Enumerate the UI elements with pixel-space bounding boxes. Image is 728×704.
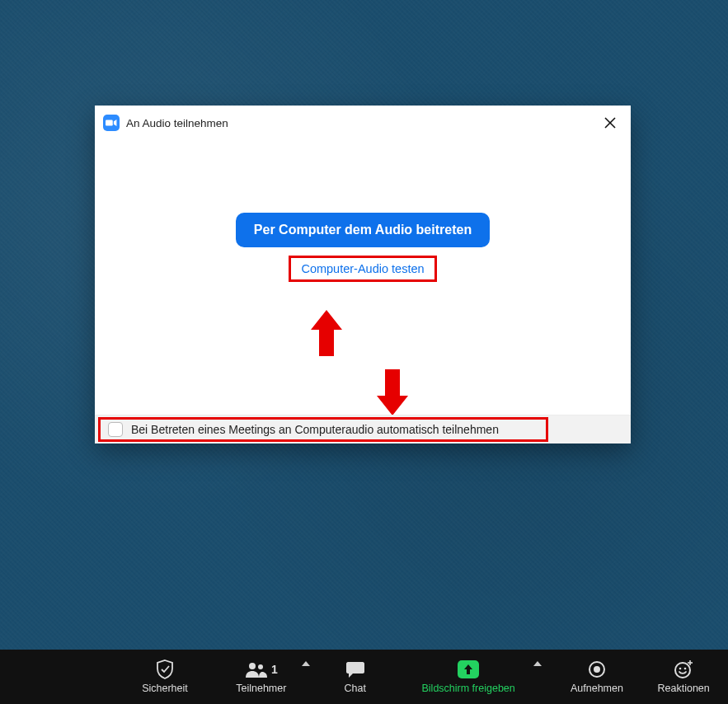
annotation-arrow-up-icon bbox=[311, 310, 342, 356]
reactions-icon bbox=[674, 659, 693, 679]
dialog-title-wrap: An Audio teilnehmen bbox=[103, 115, 228, 131]
share-screen-icon bbox=[458, 659, 479, 679]
auto-join-checkbox[interactable] bbox=[108, 422, 123, 437]
svg-rect-0 bbox=[106, 120, 113, 126]
dialog-titlebar: An Audio teilnehmen bbox=[95, 106, 631, 137]
reactions-label: Reaktionen bbox=[658, 683, 710, 694]
chat-icon bbox=[345, 659, 365, 679]
participants-label: Teilnehmer bbox=[236, 683, 286, 694]
audio-join-dialog: An Audio teilnehmen Per Computer dem Aud… bbox=[95, 106, 631, 444]
svg-point-3 bbox=[249, 663, 256, 669]
join-audio-button[interactable]: Per Computer dem Audio beitreten bbox=[236, 213, 490, 247]
arrow-up-icon bbox=[463, 664, 474, 675]
svg-point-9 bbox=[684, 668, 687, 670]
record-label: Aufnehmen bbox=[571, 683, 623, 694]
participants-count: 1 bbox=[271, 663, 278, 676]
chat-button[interactable]: Chat bbox=[330, 650, 381, 704]
chat-label: Chat bbox=[345, 683, 366, 694]
close-button[interactable] bbox=[599, 112, 621, 134]
record-icon bbox=[588, 659, 606, 679]
participants-icon: 1 bbox=[245, 659, 278, 679]
share-screen-label: Bildschirm freigeben bbox=[422, 683, 515, 694]
dialog-footer: Bei Betreten eines Meetings an Computera… bbox=[95, 415, 631, 444]
participants-caret[interactable] bbox=[298, 650, 315, 704]
close-icon bbox=[604, 117, 616, 129]
dialog-body: Per Computer dem Audio beitreten Compute… bbox=[95, 137, 631, 415]
chevron-up-icon bbox=[302, 661, 310, 666]
zoom-app-icon bbox=[103, 115, 120, 131]
svg-point-4 bbox=[258, 664, 263, 669]
svg-point-8 bbox=[679, 668, 682, 670]
share-screen-button[interactable]: Bildschirm freigeben bbox=[408, 650, 528, 704]
share-caret[interactable] bbox=[528, 650, 546, 704]
participants-button[interactable]: 1 Teilnehmer bbox=[225, 650, 298, 704]
svg-point-6 bbox=[594, 666, 600, 673]
meeting-toolbar: Sicherheit 1 Teilnehmer Chat Bildschirm … bbox=[0, 650, 728, 704]
reactions-button[interactable]: Reaktionen bbox=[647, 650, 720, 704]
annotation-arrow-down-icon bbox=[377, 369, 408, 415]
chevron-up-icon bbox=[533, 661, 542, 666]
dialog-title: An Audio teilnehmen bbox=[126, 117, 228, 129]
security-label: Sicherheit bbox=[142, 683, 188, 694]
auto-join-label: Bei Betreten eines Meetings an Computera… bbox=[131, 423, 499, 436]
shield-icon bbox=[156, 659, 174, 679]
test-audio-highlight: Computer-Audio testen bbox=[289, 256, 436, 282]
test-audio-link[interactable]: Computer-Audio testen bbox=[301, 262, 424, 275]
security-button[interactable]: Sicherheit bbox=[132, 650, 198, 704]
svg-point-7 bbox=[675, 663, 690, 678]
record-button[interactable]: Aufnehmen bbox=[561, 650, 633, 704]
